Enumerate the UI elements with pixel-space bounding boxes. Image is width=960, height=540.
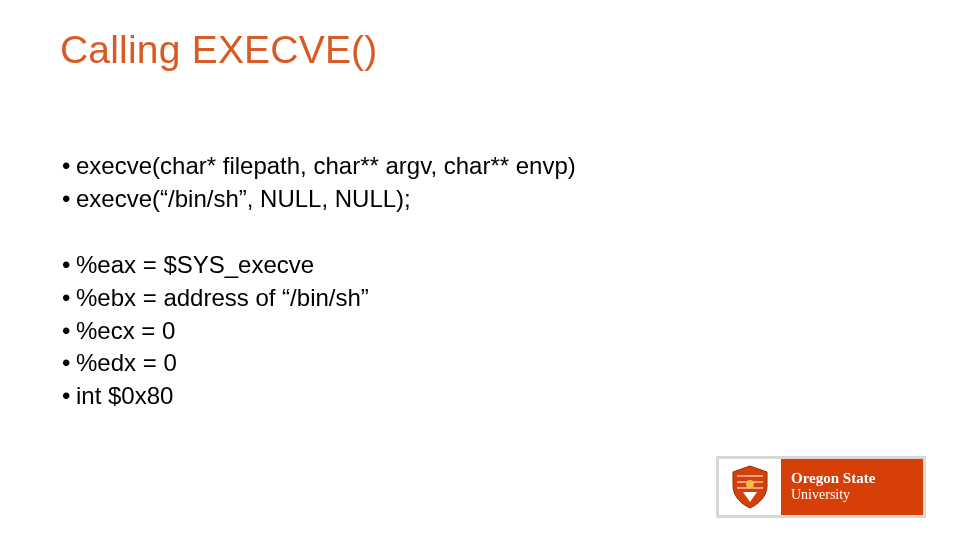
slide-title: Calling EXECVE() bbox=[60, 28, 377, 72]
logo-text-line2: University bbox=[791, 488, 923, 503]
logo-text-block: Oregon State University bbox=[781, 459, 923, 515]
bullet-icon: • bbox=[62, 249, 76, 282]
list-item: • %eax = $SYS_execve bbox=[62, 249, 900, 282]
bullet-icon: • bbox=[62, 183, 76, 216]
bullet-group-2: • %eax = $SYS_execve • %ebx = address of… bbox=[62, 249, 900, 412]
bullet-icon: • bbox=[62, 347, 76, 380]
slide: Calling EXECVE() • execve(char* filepath… bbox=[0, 0, 960, 540]
bullet-group-1: • execve(char* filepath, char** argv, ch… bbox=[62, 150, 900, 215]
list-item: • %ebx = address of “/bin/sh” bbox=[62, 282, 900, 315]
bullet-text: %ecx = 0 bbox=[76, 315, 900, 348]
bullet-text: execve(“/bin/sh”, NULL, NULL); bbox=[76, 183, 900, 216]
bullet-icon: • bbox=[62, 380, 76, 413]
svg-point-0 bbox=[746, 480, 754, 488]
logo-text-line1: Oregon State bbox=[791, 471, 923, 487]
logo-seal-icon bbox=[719, 459, 781, 515]
bullet-icon: • bbox=[62, 150, 76, 183]
bullet-icon: • bbox=[62, 282, 76, 315]
list-item: • execve(char* filepath, char** argv, ch… bbox=[62, 150, 900, 183]
list-item: • int $0x80 bbox=[62, 380, 900, 413]
bullet-icon: • bbox=[62, 315, 76, 348]
shield-icon bbox=[725, 462, 775, 512]
list-item: • %ecx = 0 bbox=[62, 315, 900, 348]
list-item: • execve(“/bin/sh”, NULL, NULL); bbox=[62, 183, 900, 216]
bullet-text: execve(char* filepath, char** argv, char… bbox=[76, 150, 900, 183]
bullet-area: • execve(char* filepath, char** argv, ch… bbox=[62, 150, 900, 412]
university-logo: Oregon State University bbox=[716, 456, 926, 518]
bullet-text: %ebx = address of “/bin/sh” bbox=[76, 282, 900, 315]
bullet-text: %edx = 0 bbox=[76, 347, 900, 380]
bullet-text: int $0x80 bbox=[76, 380, 900, 413]
list-item: • %edx = 0 bbox=[62, 347, 900, 380]
bullet-text: %eax = $SYS_execve bbox=[76, 249, 900, 282]
